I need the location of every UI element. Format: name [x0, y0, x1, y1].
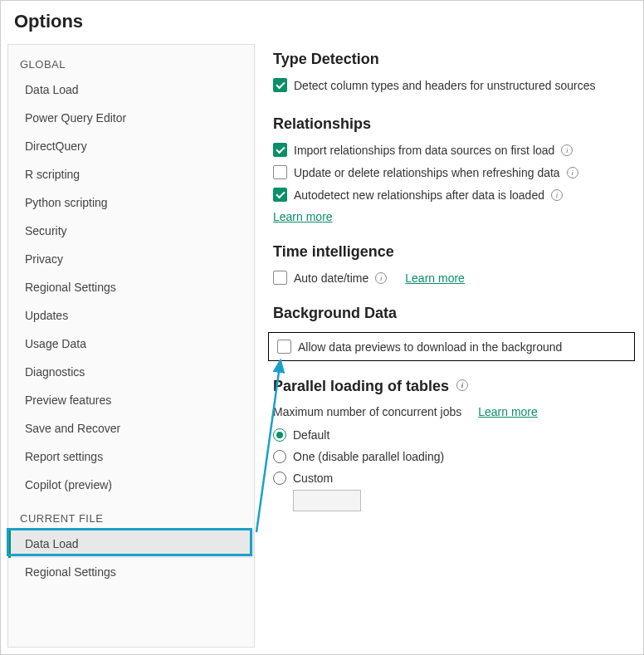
- checkbox-autodetect-relationships[interactable]: [273, 188, 287, 202]
- label-detect-column-types: Detect column types and headers for unst…: [294, 79, 595, 92]
- section-parallel-loading-text: Parallel loading of tables: [273, 378, 449, 394]
- sidebar-item-regional-settings-current[interactable]: Regional Settings: [8, 558, 254, 586]
- link-relationships-learn-more[interactable]: Learn more: [273, 210, 333, 223]
- option-update-delete-relationships: Update or delete relationships when refr…: [273, 165, 635, 179]
- option-autodetect-relationships: Autodetect new relationships after data …: [273, 188, 635, 202]
- sidebar-item-report-settings[interactable]: Report settings: [8, 442, 254, 471]
- sidebar-group-global: GLOBAL: [8, 53, 254, 76]
- label-autodetect-relationships: Autodetect new relationships after data …: [294, 188, 544, 202]
- option-import-relationships: Import relationships from data sources o…: [273, 143, 635, 157]
- sidebar-item-security[interactable]: Security: [8, 217, 254, 245]
- radio-one[interactable]: [273, 450, 286, 463]
- radio-custom[interactable]: [273, 472, 286, 485]
- radio-row-default: Default: [273, 428, 635, 442]
- radio-row-one: One (disable parallel loading): [273, 450, 635, 463]
- sidebar-item-preview-features[interactable]: Preview features: [8, 386, 254, 414]
- sidebar-group-current-file: CURRENT FILE: [8, 507, 254, 530]
- link-time-intelligence-learn-more[interactable]: Learn more: [405, 271, 465, 285]
- info-icon[interactable]: [375, 272, 387, 284]
- input-custom-concurrent-jobs[interactable]: [293, 490, 361, 511]
- sidebar-item-data-load-global[interactable]: Data Load: [8, 76, 254, 104]
- sidebar-item-directquery[interactable]: DirectQuery: [8, 132, 254, 160]
- sidebar-item-data-load-current[interactable]: Data Load: [8, 530, 254, 558]
- section-parallel-loading: Parallel loading of tables: [273, 378, 635, 395]
- checkbox-import-relationships[interactable]: [273, 143, 287, 157]
- sidebar-item-save-and-recover[interactable]: Save and Recover: [8, 414, 254, 442]
- sidebar-item-power-query-editor[interactable]: Power Query Editor: [8, 104, 254, 132]
- radio-row-custom: Custom: [273, 472, 635, 485]
- sidebar-item-updates[interactable]: Updates: [8, 301, 254, 330]
- radio-label-default: Default: [293, 428, 329, 442]
- radio-default[interactable]: [273, 428, 286, 442]
- option-allow-background-preview-box: Allow data previews to download in the b…: [268, 332, 635, 361]
- sidebar-item-python-scripting[interactable]: Python scripting: [8, 188, 254, 217]
- label-max-concurrent-jobs: Maximum number of concurrent jobs: [273, 405, 461, 418]
- section-relationships: Relationships: [273, 115, 635, 133]
- checkbox-update-delete-relationships[interactable]: [273, 165, 287, 179]
- info-icon[interactable]: [567, 167, 578, 178]
- options-dialog: Options GLOBAL Data Load Power Query Edi…: [0, 0, 644, 655]
- link-parallel-learn-more[interactable]: Learn more: [478, 405, 538, 418]
- section-background-data: Background Data: [273, 305, 635, 322]
- option-allow-background-preview: Allow data previews to download in the b…: [277, 340, 626, 354]
- sidebar-item-usage-data[interactable]: Usage Data: [8, 330, 254, 358]
- checkbox-detect-column-types[interactable]: [273, 78, 287, 92]
- radio-label-one: One (disable parallel loading): [293, 450, 444, 463]
- info-icon[interactable]: [456, 379, 468, 391]
- label-auto-date-time: Auto date/time: [294, 271, 368, 285]
- page-title: Options: [1, 11, 643, 44]
- dialog-body: GLOBAL Data Load Power Query Editor Dire…: [1, 44, 643, 648]
- section-time-intelligence: Time intelligence: [273, 243, 635, 261]
- label-import-relationships: Import relationships from data sources o…: [294, 144, 554, 157]
- sidebar-item-privacy[interactable]: Privacy: [8, 245, 254, 273]
- info-icon[interactable]: [561, 144, 573, 156]
- sidebar-item-r-scripting[interactable]: R scripting: [8, 160, 254, 188]
- checkbox-allow-background-preview[interactable]: [277, 340, 291, 354]
- checkbox-auto-date-time[interactable]: [273, 271, 287, 285]
- option-auto-date-time: Auto date/time Learn more: [273, 271, 635, 285]
- label-update-delete-relationships: Update or delete relationships when refr…: [294, 166, 560, 179]
- content-pane: Type Detection Detect column types and h…: [255, 44, 643, 648]
- sidebar-item-regional-settings-global[interactable]: Regional Settings: [8, 273, 254, 301]
- info-icon[interactable]: [551, 189, 563, 201]
- label-allow-background-preview: Allow data previews to download in the b…: [298, 340, 562, 354]
- option-detect-column-types: Detect column types and headers for unst…: [273, 78, 635, 92]
- radio-label-custom: Custom: [293, 472, 333, 485]
- sidebar-item-copilot-preview[interactable]: Copilot (preview): [8, 471, 254, 499]
- sidebar-item-diagnostics[interactable]: Diagnostics: [8, 358, 254, 386]
- sidebar: GLOBAL Data Load Power Query Editor Dire…: [7, 44, 255, 648]
- section-type-detection: Type Detection: [273, 51, 635, 68]
